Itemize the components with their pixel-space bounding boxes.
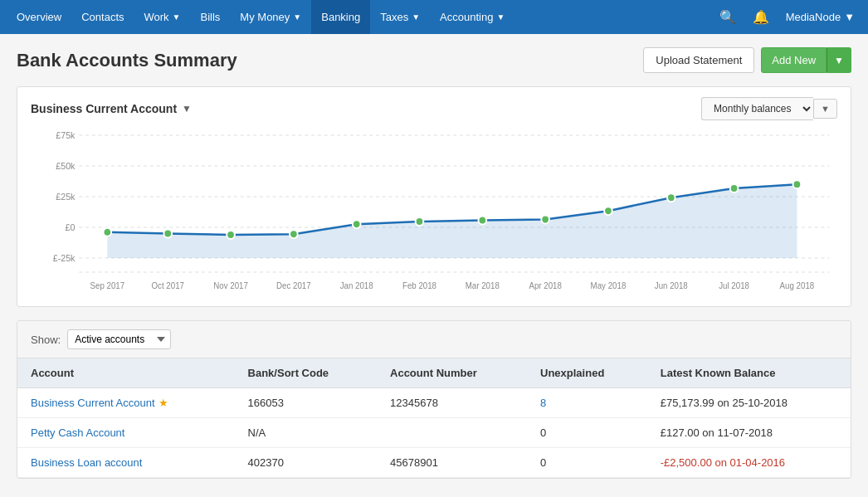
chart-point	[793, 180, 802, 188]
add-new-dropdown-button[interactable]: ▼	[827, 47, 851, 73]
chart-point	[163, 229, 172, 237]
navbar: Overview Contacts Work ▼ Bills My Money …	[0, 0, 868, 34]
svg-text:Dec 2017: Dec 2017	[276, 281, 311, 290]
svg-text:Aug 2018: Aug 2018	[780, 281, 815, 290]
sort-code-cell: 166053	[235, 388, 377, 418]
col-account-number: Account Number	[377, 358, 527, 388]
nav-work[interactable]: Work ▼	[134, 0, 191, 34]
svg-text:Jan 2018: Jan 2018	[340, 281, 373, 290]
chart-point	[103, 228, 111, 236]
chart-period-selector: Monthly balances Weekly balances Daily b…	[701, 97, 837, 120]
chevron-down-icon: ▼	[496, 12, 505, 22]
chevron-down-icon: ▼	[182, 103, 192, 115]
account-link[interactable]: Business Current Account	[31, 397, 155, 409]
col-unexplained: Unexplained	[527, 358, 647, 388]
svg-text:Feb 2018: Feb 2018	[402, 281, 437, 290]
nav-bills[interactable]: Bills	[191, 0, 231, 34]
svg-text:Apr 2018: Apr 2018	[529, 281, 562, 290]
upload-statement-button[interactable]: Upload Statement	[643, 47, 754, 73]
chart-point	[227, 231, 235, 239]
table-row: Petty Cash AccountN/A0£127.00 on 11-07-2…	[17, 418, 851, 448]
table-row: Business Current Account★166053123456788…	[17, 388, 851, 418]
table-row: Business Loan account402370456789010-£2,…	[17, 448, 851, 478]
chart-account-label: Business Current Account	[31, 102, 177, 115]
chart-point	[730, 184, 739, 192]
svg-text:£75k: £75k	[56, 130, 76, 140]
nav-banking[interactable]: Banking	[311, 0, 370, 34]
show-label: Show:	[31, 334, 61, 346]
nav-overview[interactable]: Overview	[7, 0, 71, 34]
period-dropdown-button[interactable]: ▼	[813, 99, 837, 119]
nav-accounting[interactable]: Accounting ▼	[430, 0, 514, 34]
svg-text:£0: £0	[66, 222, 76, 232]
search-icon[interactable]: 🔍	[713, 6, 743, 28]
svg-text:Jul 2018: Jul 2018	[719, 281, 749, 290]
chart-point	[290, 230, 298, 238]
svg-text:£-25k: £-25k	[53, 253, 76, 263]
page-title: Bank Accounts Summary	[17, 50, 237, 71]
chart-point	[416, 217, 424, 226]
balance-cell: -£2,500.00 on 01-04-2016	[647, 448, 851, 478]
chart-point	[541, 216, 549, 224]
balance-cell: £75,173.99 on 25-10-2018	[647, 388, 851, 418]
svg-text:£50k: £50k	[56, 161, 76, 171]
add-new-button[interactable]: Add New	[761, 47, 827, 73]
nav-icons: 🔍 🔔 MediaNode ▼	[713, 6, 861, 28]
page-content: Bank Accounts Summary Upload Statement A…	[0, 34, 868, 497]
unexplained-cell: 8	[527, 388, 647, 418]
period-select[interactable]: Monthly balances Weekly balances Daily b…	[701, 97, 813, 120]
chevron-down-icon: ▼	[844, 11, 855, 23]
notification-icon[interactable]: 🔔	[746, 6, 776, 28]
nav-taxes[interactable]: Taxes ▼	[370, 0, 430, 34]
unexplained-cell: 0	[527, 448, 647, 478]
col-account: Account	[17, 358, 235, 388]
chart-point	[478, 216, 486, 224]
account-cell: Business Current Account★	[17, 388, 235, 418]
add-new-group: Add New ▼	[761, 47, 851, 73]
unexplained-cell: 0	[527, 418, 647, 448]
table-header-row: Account Bank/Sort Code Account Number Un…	[17, 358, 851, 388]
account-cell: Business Loan account	[17, 448, 235, 478]
svg-text:Mar 2018: Mar 2018	[466, 281, 500, 290]
chart-area: £75k £50k £25k £0 £-25k Sep 2017 Oct 201…	[31, 127, 837, 293]
chart-card: Business Current Account ▼ Monthly balan…	[17, 86, 851, 307]
chart-account-selector[interactable]: Business Current Account ▼	[31, 102, 192, 115]
active-accounts-select[interactable]: Active accounts All accounts Inactive ac…	[67, 329, 171, 349]
account-cell: Petty Cash Account	[17, 418, 235, 448]
user-menu[interactable]: MediaNode ▼	[779, 11, 861, 23]
nav-my-money[interactable]: My Money ▼	[230, 0, 311, 34]
sort-code-cell: 402370	[235, 448, 377, 478]
sort-code-cell: N/A	[235, 418, 377, 448]
svg-text:May 2018: May 2018	[591, 281, 627, 290]
chart-header: Business Current Account ▼ Monthly balan…	[31, 97, 837, 120]
chevron-down-icon: ▼	[412, 12, 420, 22]
header-actions: Upload Statement Add New ▼	[643, 47, 851, 73]
balance-chart: £75k £50k £25k £0 £-25k Sep 2017 Oct 201…	[31, 127, 837, 293]
chart-point	[667, 193, 675, 202]
chart-point	[604, 207, 612, 215]
accounts-table: Account Bank/Sort Code Account Number Un…	[17, 358, 851, 478]
nav-contacts[interactable]: Contacts	[71, 0, 134, 34]
svg-text:£25k: £25k	[56, 192, 76, 202]
account-link[interactable]: Business Loan account	[31, 456, 142, 469]
table-toolbar: Show: Active accounts All accounts Inact…	[17, 321, 851, 358]
star-icon: ★	[158, 397, 168, 409]
svg-text:Sep 2017: Sep 2017	[90, 281, 125, 290]
account-link[interactable]: Petty Cash Account	[31, 426, 124, 439]
svg-text:Jun 2018: Jun 2018	[655, 281, 688, 290]
unexplained-link[interactable]: 8	[540, 397, 546, 409]
table-section: Show: Active accounts All accounts Inact…	[17, 320, 851, 479]
chart-point	[353, 220, 361, 228]
col-sort-code: Bank/Sort Code	[235, 358, 377, 388]
svg-text:Oct 2017: Oct 2017	[152, 281, 184, 290]
svg-text:Nov 2017: Nov 2017	[213, 281, 248, 290]
account-number-cell	[377, 418, 527, 448]
balance-cell: £127.00 on 11-07-2018	[647, 418, 851, 448]
col-balance: Latest Known Balance	[647, 358, 851, 388]
page-header: Bank Accounts Summary Upload Statement A…	[17, 47, 851, 73]
account-number-cell: 12345678	[377, 388, 527, 418]
chevron-down-icon: ▼	[173, 12, 181, 22]
account-number-cell: 45678901	[377, 448, 527, 478]
chevron-down-icon: ▼	[293, 12, 301, 22]
